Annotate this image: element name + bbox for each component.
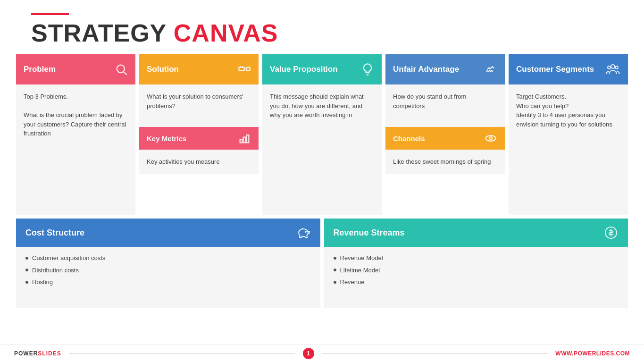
problem-body: Top 3 Problems.What is the crucial probl… xyxy=(16,84,135,215)
customer-header: Customer Segments xyxy=(509,54,628,84)
svg-line-1 xyxy=(124,72,126,75)
problem-column: Problem Top 3 Problems.What is the cruci… xyxy=(16,54,135,215)
page: STRATEGY CANVAS Problem Top 3 Problems.W… xyxy=(0,0,644,362)
value-label: Value Proposition xyxy=(270,65,338,74)
svg-rect-8 xyxy=(243,137,246,143)
cost-item-2: Distribution costs xyxy=(25,265,311,276)
bullet-3 xyxy=(25,281,28,284)
svg-point-0 xyxy=(117,65,125,73)
svg-rect-7 xyxy=(240,140,243,143)
people-icon xyxy=(605,62,620,77)
bullet-r-2 xyxy=(334,269,336,271)
unfair-top-text: How do you stand out from competitors xyxy=(385,84,505,127)
svg-point-15 xyxy=(305,231,306,232)
header: STRATEGY CANVAS xyxy=(0,0,644,54)
unfair-label: Unfair Advantage xyxy=(393,65,459,74)
customer-column: Customer Segments Target Customers.Who c… xyxy=(509,54,628,215)
solution-top-text: What is your solution to consumers' prob… xyxy=(139,84,259,127)
key-metrics-body: Key activities you measure xyxy=(139,150,259,174)
bullet-1 xyxy=(25,257,28,260)
bullet-2 xyxy=(25,269,28,271)
bullet-r-3 xyxy=(334,281,336,284)
cost-label: Cost Structure xyxy=(25,228,84,238)
solution-body-wrapper: What is your solution to consumers' prob… xyxy=(139,84,259,174)
solution-column: Solution What is your solution to consum… xyxy=(139,54,259,215)
footer-line-right xyxy=(322,353,548,354)
svg-point-13 xyxy=(608,66,611,69)
unfair-body-wrapper: How do you stand out from competitors Ch… xyxy=(385,84,505,174)
customer-body: Target Customers.Who can you help?Identi… xyxy=(509,84,628,215)
revenue-item-1-text: Revenue Model xyxy=(340,253,383,263)
cost-header: Cost Structure xyxy=(16,219,320,247)
solution-icon xyxy=(238,63,251,76)
bar-chart-icon xyxy=(238,132,251,145)
channels-body: Like these sweet mornings of spring xyxy=(385,150,505,174)
canvas-area: Problem Top 3 Problems.What is the cruci… xyxy=(0,54,644,344)
revenue-item-3-text: Revenue xyxy=(340,277,365,287)
bottom-section: Cost Structure Customer acquisition cost… xyxy=(14,219,630,308)
value-body: This message should explain what you do,… xyxy=(262,84,382,215)
svg-point-10 xyxy=(486,135,496,141)
customer-label: Customer Segments xyxy=(516,65,594,74)
footer-page-number: 1 xyxy=(303,348,314,359)
problem-text: Top 3 Problems.What is the crucial probl… xyxy=(24,92,128,138)
title-canvas: CANVAS xyxy=(174,19,278,47)
title-strategy: STRATEGY xyxy=(31,19,166,47)
cost-item-1: Customer acquisition costs xyxy=(25,253,311,263)
revenue-item-3: Revenue xyxy=(334,277,619,287)
cost-body: Customer acquisition costs Distribution … xyxy=(16,247,320,308)
brand-left: POWERSLIDES xyxy=(14,350,61,357)
lightbulb-icon xyxy=(361,63,374,76)
piggy-bank-icon xyxy=(296,225,311,240)
cost-item-2-text: Distribution costs xyxy=(32,265,79,276)
bullet-r-1 xyxy=(334,257,336,260)
key-metrics-header: Key Metrics xyxy=(139,127,259,150)
eye-icon xyxy=(484,132,497,145)
revenue-item-1: Revenue Model xyxy=(334,253,619,263)
channels-header: Channels xyxy=(385,127,505,150)
channels-label: Channels xyxy=(393,135,425,143)
problem-header: Problem xyxy=(16,54,135,84)
solution-label: Solution xyxy=(147,65,179,74)
cost-item-3-text: Hosting xyxy=(32,277,53,287)
page-title: STRATEGY CANVAS xyxy=(31,20,613,47)
dollar-icon xyxy=(603,225,619,240)
revenue-label: Revenue Streams xyxy=(334,228,405,238)
cost-structure-column: Cost Structure Customer acquisition cost… xyxy=(16,219,320,308)
footer-line-left xyxy=(69,353,295,354)
unfair-header: Unfair Advantage xyxy=(385,54,505,84)
key-metrics-label: Key Metrics xyxy=(147,135,186,143)
svg-point-11 xyxy=(489,137,492,140)
brand-right: WWW.POWERLIDES.COM xyxy=(555,350,630,357)
cost-item-3: Hosting xyxy=(25,277,311,287)
value-header: Value Proposition xyxy=(262,54,382,84)
cost-item-1-text: Customer acquisition costs xyxy=(32,253,105,263)
search-icon xyxy=(115,63,128,76)
revenue-item-2: Lifetime Model xyxy=(334,265,619,276)
brand-slides: SLIDES xyxy=(38,350,61,357)
value-column: Value Proposition This message should ex… xyxy=(262,54,382,215)
svg-rect-4 xyxy=(247,67,250,71)
revenue-body: Revenue Model Lifetime Model Revenue xyxy=(324,247,628,308)
svg-rect-2 xyxy=(239,67,244,71)
svg-point-12 xyxy=(611,65,615,68)
svg-point-14 xyxy=(615,66,618,69)
handshake-icon xyxy=(484,63,497,76)
revenue-item-2-text: Lifetime Model xyxy=(340,265,380,276)
svg-rect-9 xyxy=(247,135,249,143)
top-section: Problem Top 3 Problems.What is the cruci… xyxy=(14,54,630,215)
footer: POWERSLIDES 1 WWW.POWERLIDES.COM xyxy=(0,344,644,362)
header-accent-line xyxy=(31,13,69,15)
brand-power: POWER xyxy=(14,350,38,357)
revenue-column: Revenue Streams Revenue Model Lifetime M… xyxy=(324,219,628,308)
revenue-header: Revenue Streams xyxy=(324,219,628,247)
unfair-column: Unfair Advantage How do you stand out fr… xyxy=(385,54,505,215)
solution-header: Solution xyxy=(139,54,259,84)
problem-label: Problem xyxy=(24,65,56,74)
